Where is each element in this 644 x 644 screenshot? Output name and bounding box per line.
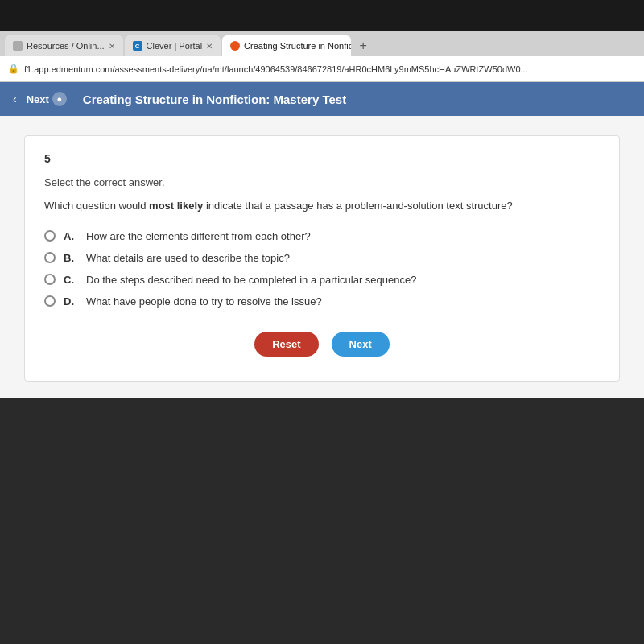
tab-creating[interactable]: Creating Structure in Nonfiction: ✕ bbox=[222, 35, 351, 56]
bold-phrase: most likely bbox=[149, 200, 203, 212]
tab-favicon-creating bbox=[230, 41, 240, 51]
tab-resources-close[interactable]: ✕ bbox=[109, 42, 115, 51]
tab-favicon-resources bbox=[13, 41, 23, 51]
tab-resources-label: Resources / Onlin... bbox=[27, 41, 105, 51]
radio-a[interactable] bbox=[44, 230, 56, 242]
option-c-letter: C. bbox=[64, 274, 78, 286]
option-b-letter: B. bbox=[64, 252, 78, 264]
app-header: ‹ Next ● Creating Structure in Nonfictio… bbox=[0, 82, 644, 116]
option-c-text: Do the steps described need to be comple… bbox=[86, 274, 416, 286]
question-container: 5 Select the correct answer. Which quest… bbox=[24, 135, 620, 382]
button-row: Reset Next bbox=[44, 332, 600, 357]
tab-clever[interactable]: C Clever | Portal ✕ bbox=[125, 35, 221, 56]
tab-bar: Resources / Onlin... ✕ C Clever | Portal… bbox=[0, 31, 644, 56]
radio-d[interactable] bbox=[44, 295, 56, 307]
option-a-letter: A. bbox=[64, 230, 78, 242]
tab-add-button[interactable]: + bbox=[353, 35, 374, 56]
option-d-text: What have people done to try to resolve … bbox=[86, 295, 322, 308]
next-circle-icon: ● bbox=[52, 92, 67, 106]
question-text: Which question would most likely indicat… bbox=[44, 198, 600, 214]
browser-chrome: Resources / Onlin... ✕ C Clever | Portal… bbox=[0, 31, 644, 82]
option-c[interactable]: C. Do the steps described need to be com… bbox=[44, 274, 600, 286]
tab-resources[interactable]: Resources / Onlin... ✕ bbox=[5, 35, 123, 56]
radio-c[interactable] bbox=[44, 274, 56, 285]
tab-clever-label: Clever | Portal bbox=[147, 41, 203, 51]
content-area: 5 Select the correct answer. Which quest… bbox=[0, 116, 644, 398]
radio-b[interactable] bbox=[44, 252, 56, 263]
option-d-letter: D. bbox=[64, 295, 78, 308]
option-b[interactable]: B. What details are used to describe the… bbox=[44, 252, 600, 264]
address-url[interactable]: f1.app.edmentum.com/assessments-delivery… bbox=[24, 64, 636, 74]
page-title: Creating Structure in Nonfiction: Master… bbox=[83, 93, 346, 106]
tab-clever-close[interactable]: ✕ bbox=[206, 42, 213, 51]
lock-icon: 🔒 bbox=[8, 64, 19, 74]
option-a[interactable]: A. How are the elements different from e… bbox=[44, 230, 600, 242]
nav-back-arrow[interactable]: ‹ bbox=[13, 93, 17, 105]
header-next-button[interactable]: Next ● bbox=[27, 92, 67, 106]
tab-creating-label: Creating Structure in Nonfiction: bbox=[244, 41, 351, 51]
question-instruction: Select the correct answer. bbox=[44, 176, 600, 188]
laptop-frame-top bbox=[0, 0, 644, 31]
option-a-text: How are the elements different from each… bbox=[86, 230, 311, 242]
next-button[interactable]: Next bbox=[332, 332, 390, 357]
question-number: 5 bbox=[44, 152, 600, 165]
address-bar: 🔒 f1.app.edmentum.com/assessments-delive… bbox=[0, 56, 644, 82]
answer-options: A. How are the elements different from e… bbox=[44, 230, 600, 308]
option-d[interactable]: D. What have people done to try to resol… bbox=[44, 295, 600, 308]
reset-button[interactable]: Reset bbox=[254, 332, 318, 357]
header-next-label: Next bbox=[27, 93, 49, 105]
tab-favicon-clever: C bbox=[133, 41, 142, 51]
next-icon-symbol: ● bbox=[57, 94, 63, 104]
option-b-text: What details are used to describe the to… bbox=[86, 252, 290, 264]
